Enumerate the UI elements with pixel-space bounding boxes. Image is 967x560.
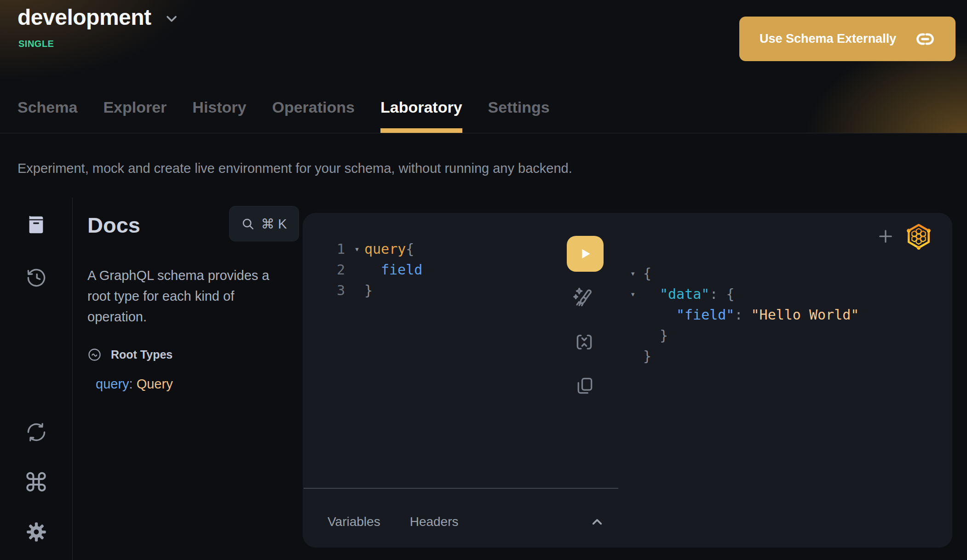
editor-footer-divider bbox=[304, 488, 618, 489]
page-subtitle: Experiment, mock and create live environ… bbox=[17, 161, 572, 176]
editor-footer-tabs: Variables Headers bbox=[328, 514, 459, 529]
tab-settings[interactable]: Settings bbox=[488, 98, 550, 133]
laboratory-page: development SINGLE Use Schema Externally… bbox=[0, 0, 967, 560]
link-icon bbox=[915, 29, 935, 49]
tab-history[interactable]: History bbox=[192, 98, 246, 133]
fold-triangle-icon[interactable]: ▾ bbox=[350, 239, 364, 259]
response-viewer: ▾ { ▾ "data": { "field": "Hello World" }… bbox=[630, 263, 859, 366]
collapse-triangle-icon[interactable]: ▾ bbox=[630, 263, 643, 284]
collapse-triangle-icon[interactable]: ▾ bbox=[630, 284, 643, 304]
project-title: development bbox=[17, 5, 151, 30]
variables-tab[interactable]: Variables bbox=[328, 514, 380, 529]
merge-fragments-icon[interactable] bbox=[574, 331, 595, 353]
response-token-brace: } bbox=[643, 325, 668, 346]
line-number: 3 bbox=[335, 280, 345, 301]
tab-operations[interactable]: Operations bbox=[272, 98, 355, 133]
reload-schema-icon[interactable] bbox=[25, 421, 47, 443]
chevron-down-icon[interactable] bbox=[163, 11, 180, 29]
line-number: 1 bbox=[335, 239, 345, 259]
root-types-label: Root Types bbox=[111, 348, 173, 361]
response-token-data-key: "data" bbox=[660, 286, 709, 302]
response-line: ▾ "data": { bbox=[630, 284, 859, 304]
root-type-icon bbox=[87, 348, 102, 362]
response-token-string: "Hello World" bbox=[751, 307, 859, 323]
response-token-field-key: "field" bbox=[676, 307, 734, 323]
page-header: development SINGLE Use Schema Externally… bbox=[0, 0, 967, 133]
execute-query-button[interactable] bbox=[567, 236, 604, 272]
use-schema-externally-button[interactable]: Use Schema Externally bbox=[739, 17, 955, 61]
root-type-value: Query bbox=[137, 377, 173, 391]
project-selector[interactable]: development bbox=[17, 5, 180, 30]
docs-title: Docs bbox=[87, 212, 140, 238]
docs-search-button[interactable]: ⌘ K bbox=[229, 206, 299, 241]
line-number: 2 bbox=[335, 259, 345, 280]
response-line: ▾ { bbox=[630, 263, 859, 284]
nav-tabs: Schema Explorer History Operations Labor… bbox=[17, 98, 550, 133]
add-tab-icon[interactable] bbox=[875, 226, 896, 247]
response-token-brace: { bbox=[726, 286, 735, 302]
play-icon bbox=[578, 246, 593, 261]
response-token-separator: : bbox=[734, 307, 751, 323]
response-line: } bbox=[630, 346, 859, 366]
response-line: "field": "Hello World" bbox=[630, 304, 859, 325]
laboratory-editor-panel: 1 ▾ query{ 2 field 3 } bbox=[303, 213, 952, 548]
response-token-brace: { bbox=[643, 263, 651, 284]
code-line: 2 field bbox=[335, 259, 422, 280]
search-shortcut-label: ⌘ K bbox=[261, 216, 287, 232]
tab-laboratory[interactable]: Laboratory bbox=[380, 98, 462, 133]
tab-schema[interactable]: Schema bbox=[17, 98, 77, 133]
tab-explorer[interactable]: Explorer bbox=[103, 98, 167, 133]
code-line: 3 } bbox=[335, 280, 422, 301]
response-token-brace: } bbox=[643, 346, 651, 366]
hive-logo-icon[interactable] bbox=[904, 222, 933, 251]
root-type-key: query bbox=[96, 377, 129, 391]
code-line: 1 ▾ query{ bbox=[335, 239, 422, 259]
response-token-separator: : bbox=[709, 286, 726, 302]
code-token-brace: } bbox=[364, 280, 373, 301]
code-token-keyword: query bbox=[364, 239, 406, 259]
use-schema-externally-label: Use Schema Externally bbox=[760, 32, 896, 46]
settings-gear-icon[interactable] bbox=[25, 520, 48, 543]
history-icon[interactable] bbox=[25, 267, 47, 289]
code-token-brace: { bbox=[406, 239, 414, 259]
root-type-query-link[interactable]: query: Query bbox=[96, 377, 299, 392]
prettify-icon[interactable] bbox=[571, 286, 594, 309]
single-badge: SINGLE bbox=[18, 39, 54, 49]
docs-book-icon[interactable] bbox=[26, 214, 47, 235]
query-editor[interactable]: 1 ▾ query{ 2 field 3 } bbox=[335, 239, 422, 301]
docs-sidebar: Docs ⌘ K A GraphQL schema provides a roo… bbox=[87, 206, 299, 392]
copy-query-icon[interactable] bbox=[575, 376, 595, 396]
headers-tab[interactable]: Headers bbox=[410, 514, 459, 529]
keyboard-shortcuts-icon[interactable]: ⌘ bbox=[23, 470, 49, 496]
root-types-section: Root Types bbox=[87, 348, 299, 362]
chevron-up-icon[interactable] bbox=[588, 513, 606, 531]
root-type-separator: : bbox=[129, 377, 137, 391]
tool-rail: ⌘ bbox=[0, 198, 73, 560]
code-token-field: field bbox=[364, 259, 422, 280]
response-line: } bbox=[630, 325, 859, 346]
docs-description: A GraphQL schema provides a root type fo… bbox=[87, 265, 285, 327]
search-icon bbox=[241, 217, 255, 231]
